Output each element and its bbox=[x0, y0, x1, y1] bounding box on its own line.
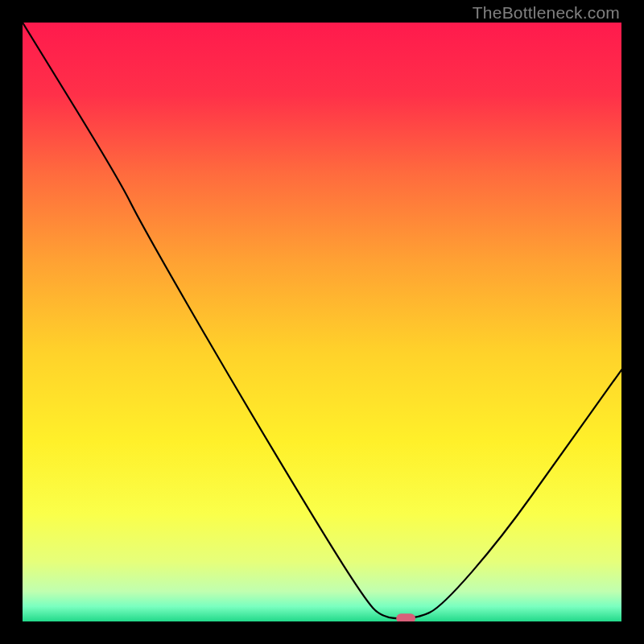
bottleneck-chart bbox=[23, 23, 621, 621]
chart-frame bbox=[23, 23, 621, 621]
highlight-pill bbox=[396, 613, 415, 621]
watermark-text: TheBottleneck.com bbox=[473, 3, 620, 23]
